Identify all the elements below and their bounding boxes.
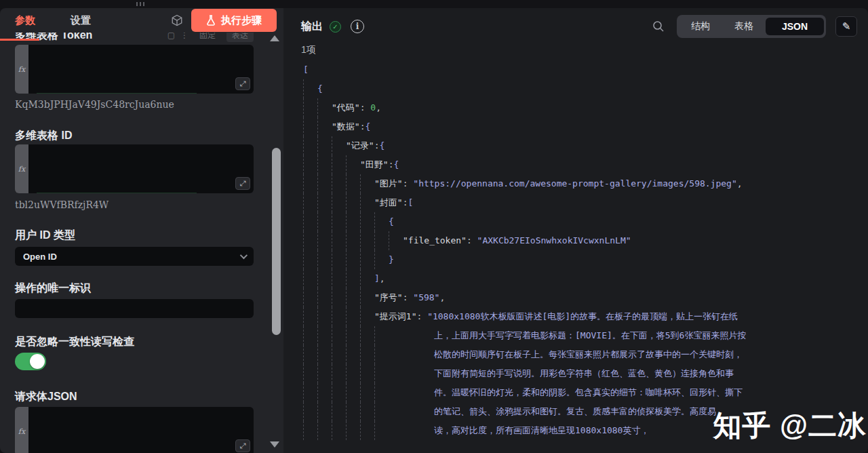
execute-step-button[interactable]: 执行步骤 — [191, 9, 277, 32]
settings-header: 参数 设置 执行步骤 — [0, 8, 283, 33]
tab-parameters[interactable]: 参数 — [15, 14, 35, 27]
fx-gutter: fx — [15, 407, 28, 453]
json-row: "田野":{ — [303, 155, 868, 174]
toggle-knob — [30, 354, 45, 369]
token-resolved-value: KqM3bJPHJaV49JsC48rcJua6nue — [15, 99, 254, 111]
items-count: 1项 — [301, 44, 868, 56]
output-view-switcher: 结构 表格 JSON — [677, 15, 826, 38]
json-row: [ — [303, 60, 868, 79]
field-label-request-body: 请求体JSON — [15, 390, 254, 403]
request-body-expression-editor[interactable]: fx {"fields":{{ JSON.stringify ($json.fi… — [15, 407, 254, 453]
search-icon[interactable] — [652, 20, 665, 33]
json-row: { — [303, 212, 868, 231]
options-dots-icon[interactable]: ⋮ — [180, 33, 189, 40]
view-tab-table[interactable]: 表格 — [722, 17, 766, 36]
token-expression-editor[interactable]: fx {{ $('Edit Fields').item.jso n.token … — [15, 45, 254, 94]
table-id-expression-line1: {{ $('Edit Fields').item.jso — [37, 193, 197, 193]
field-mode-controls: ▢ ⋮ 固定 表达 — [167, 33, 254, 42]
scrollbar-thumb[interactable] — [272, 148, 281, 335]
user-id-type-select[interactable]: Open ID — [15, 247, 254, 266]
output-panel: 输出 ✓ i 结构 表格 JSON ✎ 1项 [{"代码": 0,"数据":{"… — [283, 8, 868, 453]
json-row: 下面附有简短的手写说明。用彩色字符串（红色、蓝色、黄色）连接角色和事 — [303, 364, 868, 383]
watermark: 知乎 @二冰 — [713, 407, 867, 445]
parameters-scroll-area: 多维表格 Token ▢ ⋮ 固定 表达 fx {{ $('Edit Field… — [0, 33, 269, 453]
token-expression-line1: {{ $('Edit Fields').item.jso — [37, 93, 197, 94]
open-expression-editor-icon[interactable]: ⤢ — [235, 177, 250, 190]
flask-icon — [206, 15, 216, 26]
field-label-ignore-check: 是否忽略一致性读写检查 — [15, 335, 254, 349]
json-row: "file_token": "AXKCb27EIoSnwhxokIVcwxnLn… — [303, 231, 868, 250]
field-label-table-id: 多维表格 ID — [15, 129, 254, 142]
docs-icon[interactable]: ▢ — [167, 33, 175, 40]
info-icon[interactable]: i — [351, 20, 364, 33]
json-row: "序号": "598", — [303, 288, 868, 307]
json-row: "记录":{ — [303, 136, 868, 155]
fx-gutter: fx — [15, 45, 28, 94]
execute-step-label: 执行步骤 — [221, 14, 262, 27]
json-row: } — [303, 250, 868, 269]
json-row: "代码": 0, — [303, 98, 868, 117]
field-label-user-id-type: 用户 ID 类型 — [15, 229, 254, 242]
json-row: "封面":[ — [303, 193, 868, 212]
open-expression-editor-icon[interactable]: ⤢ — [235, 439, 250, 452]
json-row: { — [303, 79, 868, 98]
view-tab-schema[interactable]: 结构 — [679, 17, 722, 36]
mode-expression-button[interactable]: 表达 — [226, 33, 254, 42]
window-top-strip — [0, 0, 868, 8]
panel-drag-handle[interactable] — [136, 2, 144, 6]
scroll-up-arrow[interactable] — [270, 35, 279, 41]
unique-id-input[interactable] — [15, 299, 254, 318]
field-label-unique-id: 操作的唯一标识 — [15, 281, 254, 295]
table-id-resolved-value: tbl2uWVfBRfzjR4W — [15, 199, 254, 212]
json-row: 件。温暖怀旧的灯光，柔和的阴影。包含真实的细节：咖啡杯环、回形针、撕下 — [303, 383, 868, 402]
tab-settings[interactable]: 设置 — [71, 14, 91, 27]
json-row: ], — [303, 269, 868, 288]
scroll-down-arrow[interactable] — [270, 441, 279, 448]
json-row: 松散的时间顺序钉在板子上。每张宝丽来照片都展示了故事中的一个关键时刻， — [303, 345, 868, 364]
output-header: 输出 ✓ i 结构 表格 JSON ✎ — [283, 14, 868, 39]
output-title: 输出 — [301, 20, 323, 34]
view-tab-json[interactable]: JSON — [766, 18, 824, 35]
json-row: 上，上面用大手写字写着电影标题：[MOVIE]。在下面，将5到6张宝丽来照片按 — [303, 326, 868, 345]
table-id-expression-editor[interactable]: fx {{ $('Edit Fields').item.jso n.table … — [15, 144, 254, 193]
active-tab-underline — [0, 39, 39, 41]
node-cube-icon[interactable] — [171, 14, 183, 26]
ignore-check-toggle[interactable] — [15, 353, 46, 370]
user-id-type-value: Open ID — [23, 252, 57, 262]
json-row: "数据":{ — [303, 117, 868, 136]
json-rows: [{"代码": 0,"数据":{"记录":{"田野":{"图片": "https… — [283, 60, 868, 440]
chevron-down-icon — [240, 252, 248, 259]
json-row: "图片": "https://opennana.com/awesome-prom… — [303, 174, 868, 193]
node-settings-panel: 参数 设置 执行步骤 多维表格 Token ▢ ⋮ 固定 表达 fx — [0, 8, 283, 453]
open-expression-editor-icon[interactable]: ⤢ — [235, 77, 250, 90]
json-row: "提示词1": "1080x1080软木板版面讲述[电影]的故事。在板子的最顶端… — [303, 307, 868, 326]
edit-output-icon[interactable]: ✎ — [835, 16, 857, 37]
mode-fixed-button[interactable]: 固定 — [194, 33, 221, 42]
fx-gutter: fx — [15, 144, 28, 193]
success-check-icon: ✓ — [330, 21, 341, 33]
